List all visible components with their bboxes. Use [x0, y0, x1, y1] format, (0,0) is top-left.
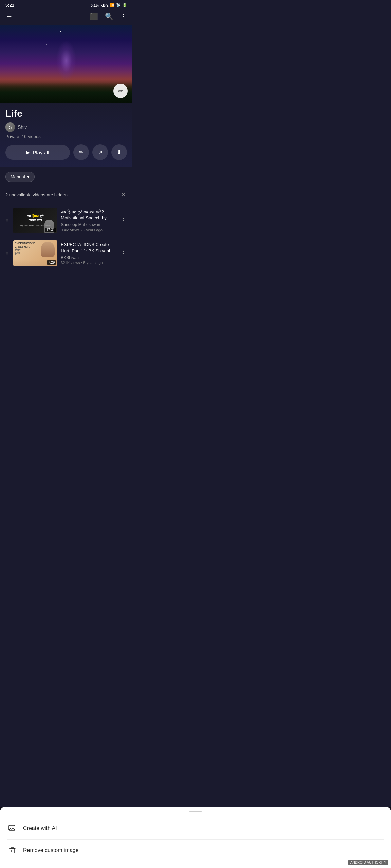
- video-thumbnail: EXPECTATIONSCreate Hurtअपेक्षाएंदुःख दें…: [13, 240, 57, 266]
- share-button[interactable]: ↗: [92, 144, 108, 160]
- drag-handle-icon: ≡: [4, 217, 10, 223]
- edit-button[interactable]: ✏: [73, 144, 89, 160]
- playlist-title: Life: [5, 108, 127, 119]
- cover-glow: [56, 40, 76, 81]
- cast-icon[interactable]: ⬛: [90, 12, 98, 20]
- more-options-button[interactable]: ⋮: [119, 215, 128, 226]
- list-item[interactable]: ≡ जब हिम्मत टूटे तब क्या करें? By Sandee…: [0, 204, 132, 237]
- video-stats: 9.4M views • 5 years ago: [61, 228, 115, 232]
- playlist-info: Life S Shiv Private 10 videos ▶ Play all…: [0, 103, 132, 167]
- drag-handle-icon: ≡: [4, 250, 10, 256]
- video-info: जब हिम्मत टूटे तब क्या करें? Motivationa…: [61, 209, 115, 232]
- back-button[interactable]: ←: [5, 12, 13, 21]
- playlist-cover: ✏: [0, 25, 132, 103]
- status-signal: 📶: [110, 3, 115, 7]
- owner-name: Shiv: [18, 124, 27, 130]
- status-battery: 🔋: [122, 3, 127, 7]
- more-icon[interactable]: ⋮: [120, 12, 127, 20]
- video-channel: Sandeep Maheshwari: [61, 222, 115, 227]
- playlist-owner-row: S Shiv: [5, 122, 127, 132]
- play-all-button[interactable]: ▶ Play all: [5, 145, 70, 160]
- video-duration: 7:29: [47, 260, 56, 265]
- download-icon: ⬇: [117, 149, 122, 156]
- video-title: EXPECTATIONS Create Hurt: Part 11: BK Sh…: [61, 242, 115, 254]
- visibility-label: Private: [5, 134, 19, 139]
- back-icon: ←: [5, 12, 13, 20]
- hidden-text: 2 unavailable videos are hidden: [5, 192, 68, 197]
- sort-dropdown[interactable]: Manual ▾: [5, 172, 35, 182]
- nav-actions: ⬛ 🔍 ⋮: [90, 12, 127, 20]
- playlist-stats: Private 10 videos: [5, 134, 127, 139]
- sort-label: Manual: [11, 174, 25, 179]
- video-list: ≡ जब हिम्मत टूटे तब क्या करें? By Sandee…: [0, 204, 132, 270]
- play-icon: ▶: [26, 150, 30, 155]
- cover-horizon: [0, 82, 132, 103]
- action-row: ▶ Play all ✏ ↗ ⬇: [5, 144, 127, 160]
- video-stats: 321K views • 5 years ago: [61, 261, 115, 265]
- download-button[interactable]: ⬇: [111, 144, 127, 160]
- video-info: EXPECTATIONS Create Hurt: Part 11: BK Sh…: [61, 242, 115, 264]
- video-title: जब हिम्मत टूटे तब क्या करें? Motivationa…: [61, 209, 115, 221]
- status-time: 5:21: [5, 3, 14, 8]
- owner-avatar: S: [5, 122, 15, 132]
- share-icon: ↗: [98, 149, 103, 156]
- status-wifi: 📡: [116, 3, 121, 7]
- status-right: 0.15↑ kB/s 📶 📡 🔋: [91, 3, 127, 7]
- more-options-button[interactable]: ⋮: [119, 248, 128, 259]
- search-icon[interactable]: 🔍: [105, 12, 113, 20]
- sort-section: Manual ▾: [0, 167, 132, 185]
- video-thumbnail: जब हिम्मत टूटे तब क्या करें? By Sandeep …: [13, 208, 57, 233]
- chevron-down-icon: ▾: [27, 174, 30, 179]
- hidden-videos-banner: 2 unavailable videos are hidden ✕: [0, 185, 132, 204]
- list-item[interactable]: ≡ EXPECTATIONSCreate Hurtअपेक्षाएंदुःख द…: [0, 237, 132, 270]
- status-network: 0.15↑ kB/s: [91, 3, 109, 7]
- edit-cover-button[interactable]: ✏: [113, 84, 128, 98]
- status-bar: 5:21 0.15↑ kB/s 📶 📡 🔋: [0, 0, 132, 9]
- edit-icon: ✏: [79, 149, 83, 156]
- video-channel: BKShivani: [61, 255, 115, 260]
- video-count-label: 10 videos: [22, 134, 41, 139]
- video-duration: 17:31: [45, 228, 56, 232]
- play-all-label: Play all: [33, 150, 49, 155]
- top-nav: ← ⬛ 🔍 ⋮: [0, 9, 132, 25]
- pencil-icon: ✏: [118, 87, 123, 95]
- dismiss-hidden-button[interactable]: ✕: [119, 190, 127, 200]
